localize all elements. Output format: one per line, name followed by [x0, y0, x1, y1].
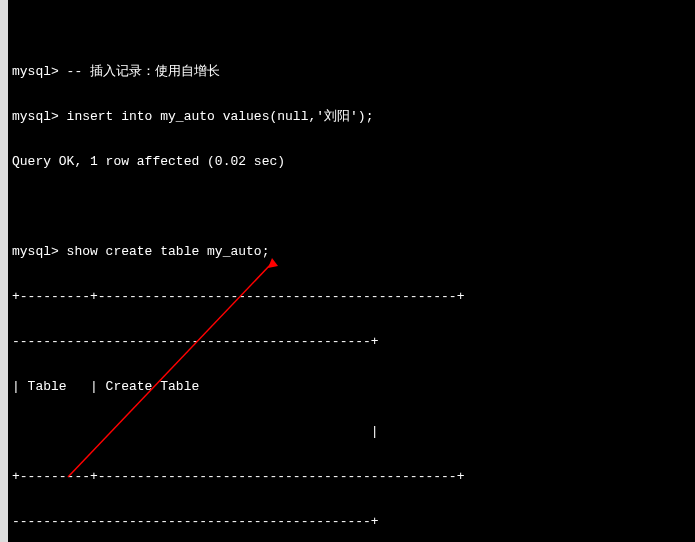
- terminal-line: ----------------------------------------…: [12, 514, 695, 529]
- terminal-line: ----------------------------------------…: [12, 334, 695, 349]
- terminal-line: mysql> insert into my_auto values(null,'…: [12, 109, 695, 124]
- terminal-line: |: [12, 424, 695, 439]
- terminal-line: +---------+-----------------------------…: [12, 289, 695, 304]
- terminal-line: [12, 199, 695, 214]
- terminal-line: +---------+-----------------------------…: [12, 469, 695, 484]
- terminal-line: mysql> show create table my_auto;: [12, 244, 695, 259]
- terminal-output: mysql> -- 插入记录：使用自增长 mysql> insert into …: [0, 0, 695, 542]
- terminal-line: mysql> -- 插入记录：使用自增长: [12, 64, 695, 79]
- terminal-line: | Table | Create Table: [12, 379, 695, 394]
- terminal-line: Query OK, 1 row affected (0.02 sec): [12, 154, 695, 169]
